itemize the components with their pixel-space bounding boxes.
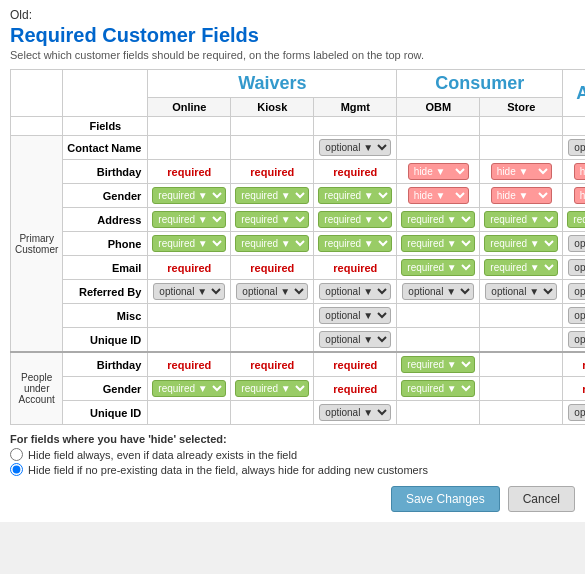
save-button[interactable]: Save Changes (391, 486, 500, 512)
required-select[interactable]: required ▼optionalhide (484, 235, 558, 252)
table-row: Primary CustomerContact Nameoptional ▼re… (11, 136, 586, 160)
field-cell-obm: required ▼optionalhide (397, 232, 480, 256)
table-row: Birthdayrequiredrequiredrequiredhide ▼re… (11, 160, 586, 184)
field-cell-store (480, 377, 563, 401)
col-obm: OBM (397, 98, 480, 117)
hide-radio-2[interactable] (10, 463, 23, 476)
subtitle: Select which customer fields should be r… (10, 49, 575, 61)
field-cell-obm: optional ▼requiredhide (397, 280, 480, 304)
required-select[interactable]: required ▼optionalhide (401, 356, 475, 373)
field-cell-customer: optional ▼requiredhide (563, 232, 585, 256)
optional-select[interactable]: optional ▼requiredhide (319, 139, 391, 156)
hide-select[interactable]: hide ▼requiredoptional (574, 187, 585, 204)
hide-select[interactable]: hide ▼requiredoptional (408, 163, 469, 180)
hide-select[interactable]: hide ▼requiredoptional (408, 187, 469, 204)
field-cell-online: required ▼optionalhide (148, 232, 231, 256)
required-select[interactable]: required ▼optionalhide (152, 187, 226, 204)
field-cell-obm: required ▼optionalhide (397, 352, 480, 377)
hide-select[interactable]: hide ▼requiredoptional (491, 187, 552, 204)
optional-select[interactable]: optional ▼requiredhide (568, 283, 585, 300)
required-select[interactable]: required ▼optionalhide (152, 211, 226, 228)
field-cell-obm: hide ▼requiredoptional (397, 184, 480, 208)
required-select[interactable]: required ▼optionalhide (484, 211, 558, 228)
hide-select[interactable]: hide ▼requiredoptional (491, 163, 552, 180)
field-cell-kiosk (231, 401, 314, 425)
col-store: Store (480, 98, 563, 117)
required-select[interactable]: required ▼optionalhide (318, 235, 392, 252)
required-select[interactable]: required ▼optionalhide (152, 380, 226, 397)
optional-select[interactable]: optional ▼requiredhide (568, 139, 585, 156)
field-cell-online (148, 136, 231, 160)
field-cell-kiosk: required ▼optionalhide (231, 232, 314, 256)
table-row: Genderrequired ▼optionalhiderequired ▼op… (11, 184, 586, 208)
optional-select[interactable]: optional ▼requiredhide (319, 331, 391, 348)
table-row: Unique IDoptional ▼requiredhideoptional … (11, 328, 586, 353)
required-select[interactable]: required ▼optionalhide (484, 259, 558, 276)
field-name: Misc (63, 304, 148, 328)
required-select[interactable]: required ▼optionalhide (401, 380, 475, 397)
required-select[interactable]: required ▼optionalhide (401, 235, 475, 252)
field-cell-customer: optional ▼requiredhide (563, 256, 585, 280)
field-cell-obm (397, 304, 480, 328)
table-row: Unique IDoptional ▼requiredhideoptional … (11, 401, 586, 425)
optional-select[interactable]: optional ▼requiredhide (568, 331, 585, 348)
field-cell-store: hide ▼requiredoptional (480, 184, 563, 208)
page-title: Required Customer Fields (10, 24, 575, 47)
waivers-header: Waivers (148, 70, 397, 98)
optional-select[interactable]: optional ▼requiredhide (319, 283, 391, 300)
required-select[interactable]: required ▼optionalhide (318, 211, 392, 228)
required-select[interactable]: required ▼optionalhide (235, 211, 309, 228)
field-cell-customer: hide ▼requiredoptional (563, 184, 585, 208)
field-cell-kiosk: required (231, 256, 314, 280)
required-select[interactable]: required ▼optionalhide (401, 211, 475, 228)
footer-title: For fields where you have 'hide' selecte… (10, 433, 575, 445)
field-name: Gender (63, 184, 148, 208)
col-online: Online (148, 98, 231, 117)
optional-select[interactable]: optional ▼requiredhide (568, 235, 585, 252)
optional-select[interactable]: optional ▼requiredhide (153, 283, 225, 300)
optional-select[interactable]: optional ▼requiredhide (568, 307, 585, 324)
people-under-account-group: People under Account (11, 352, 63, 425)
field-cell-mgmt: required (314, 377, 397, 401)
field-cell-mgmt: optional ▼requiredhide (314, 328, 397, 353)
field-cell-mgmt: required ▼optionalhide (314, 184, 397, 208)
old-label: Old: (10, 8, 575, 22)
field-cell-kiosk: required (231, 160, 314, 184)
field-cell-kiosk: optional ▼requiredhide (231, 280, 314, 304)
admin-header: Admin (563, 70, 585, 117)
optional-select[interactable]: optional ▼requiredhide (236, 283, 308, 300)
field-cell-store (480, 136, 563, 160)
required-select[interactable]: required ▼optionalhide (235, 380, 309, 397)
field-cell-online: required ▼optionalhide (148, 377, 231, 401)
optional-select[interactable]: optional ▼requiredhide (402, 283, 474, 300)
required-select[interactable]: required ▼optionalhide (567, 211, 585, 228)
field-cell-mgmt: required ▼optionalhide (314, 208, 397, 232)
optional-select[interactable]: optional ▼requiredhide (568, 404, 585, 421)
hide-select[interactable]: hide ▼requiredoptional (574, 163, 585, 180)
field-cell-mgmt: optional ▼requiredhide (314, 136, 397, 160)
field-cell-kiosk (231, 304, 314, 328)
required-select[interactable]: required ▼optionalhide (235, 187, 309, 204)
table-row: Genderrequired ▼optionalhiderequired ▼op… (11, 377, 586, 401)
field-cell-store (480, 328, 563, 353)
field-cell-customer: required (563, 377, 585, 401)
field-cell-kiosk: required ▼optionalhide (231, 377, 314, 401)
required-select[interactable]: required ▼optionalhide (318, 187, 392, 204)
hide-radio-1[interactable] (10, 448, 23, 461)
field-cell-mgmt: required (314, 352, 397, 377)
required-select[interactable]: required ▼optionalhide (401, 259, 475, 276)
cancel-button[interactable]: Cancel (508, 486, 575, 512)
required-select[interactable]: required ▼optionalhide (235, 235, 309, 252)
optional-select[interactable]: optional ▼requiredhide (485, 283, 557, 300)
field-cell-online (148, 328, 231, 353)
col-mgmt: Mgmt (314, 98, 397, 117)
field-cell-customer: optional ▼requiredhide (563, 304, 585, 328)
field-cell-customer: optional ▼requiredhide (563, 401, 585, 425)
optional-select[interactable]: optional ▼requiredhide (319, 307, 391, 324)
optional-select[interactable]: optional ▼requiredhide (319, 404, 391, 421)
field-cell-store: required ▼optionalhide (480, 256, 563, 280)
field-cell-online: optional ▼requiredhide (148, 280, 231, 304)
field-cell-mgmt: required (314, 160, 397, 184)
optional-select[interactable]: optional ▼requiredhide (568, 259, 585, 276)
required-select[interactable]: required ▼optionalhide (152, 235, 226, 252)
